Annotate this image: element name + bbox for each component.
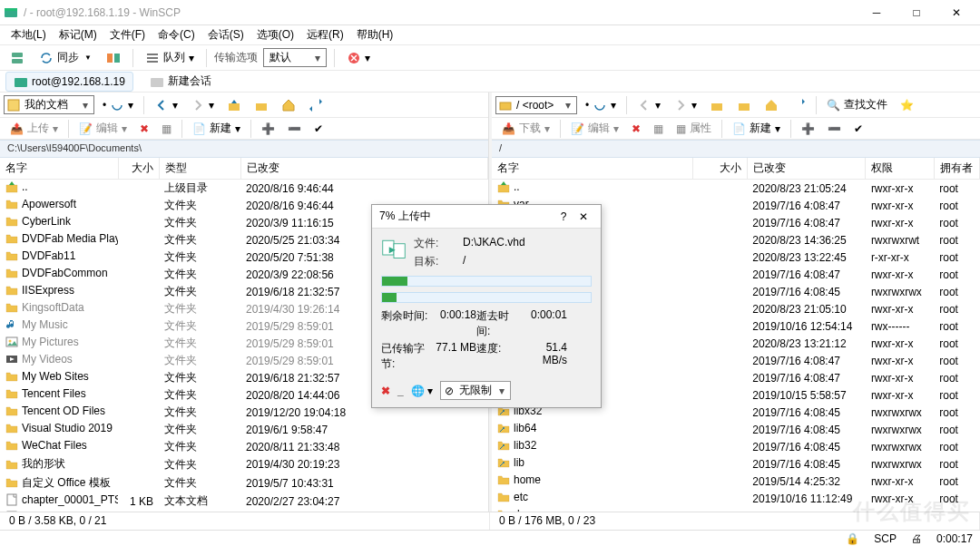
transfer-speed: 51.4 MB/s	[522, 341, 567, 372]
minimize-transfer-icon[interactable]: _	[397, 385, 404, 397]
dialog-close-button[interactable]: ✕	[573, 210, 593, 223]
remote-up-icon[interactable]	[705, 95, 729, 115]
transfer-combo[interactable]: 默认▾	[263, 48, 327, 67]
table-row[interactable]: Visual Studio 2019文件夹2019/6/1 9:58:47	[0, 421, 488, 438]
local-edit-button[interactable]: 📝 编辑 ▾	[74, 118, 132, 139]
server-button[interactable]	[5, 48, 29, 68]
table-row[interactable]: lib642019/7/16 4:08:45rwxrwxrwxroot	[492, 421, 980, 438]
remote-plus-icon[interactable]: ➕	[797, 120, 819, 138]
find-file-button[interactable]: 🔍 查找文件	[822, 94, 892, 115]
local-plus-icon[interactable]: ➕	[257, 120, 279, 138]
table-row[interactable]: chapter_00001_PTS...1 KB文本文档2020/2/27 23…	[0, 492, 488, 510]
remote-edit-button[interactable]: 📝 编辑 ▾	[566, 118, 623, 139]
table-row[interactable]: ..2020/8/23 21:05:24rwxr-xr-xroot	[492, 180, 980, 198]
remote-refresh-icon[interactable]: • ▾	[581, 95, 621, 115]
remote-forward-icon[interactable]: ▾	[669, 95, 701, 115]
col-name[interactable]: 名字	[0, 158, 118, 180]
remote-back-icon[interactable]: ▾	[632, 95, 665, 115]
time-elapsed: 0:00:01	[522, 308, 567, 339]
compare-button[interactable]	[102, 48, 125, 68]
menu-mark[interactable]: 标记(M)	[54, 25, 103, 44]
remote-delete-icon[interactable]: ✖	[627, 120, 645, 138]
table-row[interactable]: dev2020/8/23 13:50:15rwxr-xr-xroot	[492, 507, 980, 512]
lock-icon: 🔒	[846, 532, 859, 545]
col-type[interactable]: 类型	[159, 158, 240, 180]
table-row[interactable]: lib322019/7/16 4:08:45rwxrwxrwxroot	[492, 438, 980, 455]
table-row[interactable]: WeChat Files文件夹2020/8/11 21:33:48	[0, 438, 488, 455]
menu-help[interactable]: 帮助(H)	[351, 25, 399, 44]
table-row[interactable]: 自定义 Office 模板文件夹2019/5/7 10:43:31	[0, 474, 488, 493]
table-row[interactable]: 我的形状文件夹2019/4/30 20:19:23	[0, 455, 488, 474]
remote-home-icon[interactable]	[760, 95, 783, 115]
rcol-date[interactable]: 已改变	[747, 158, 866, 180]
rcol-name[interactable]: 名字	[492, 158, 692, 180]
remote-sync-icon[interactable]	[787, 95, 810, 115]
svg-rect-8	[147, 61, 158, 63]
svg-rect-25	[739, 103, 750, 111]
local-new-button[interactable]: 📄 新建 ▾	[188, 118, 245, 139]
rcol-size[interactable]: 大小	[692, 158, 747, 180]
remote-props-button[interactable]: ▦ 属性	[671, 118, 716, 139]
speed-limit-combo[interactable]: ⊘无限制▾	[440, 381, 511, 400]
local-back-icon[interactable]: ▾	[150, 95, 182, 115]
queue-button[interactable]: 队列 ▾	[141, 47, 199, 68]
local-check-icon[interactable]: ✔	[309, 120, 328, 138]
table-row[interactable]: ..上级目录2020/8/16 9:46:44	[0, 180, 488, 198]
local-up-icon[interactable]	[222, 95, 246, 115]
session-tab-active[interactable]: root@192.168.1.19	[5, 72, 133, 92]
options-icon[interactable]: 🌐 ▾	[411, 385, 433, 397]
download-button[interactable]: 📥 下载 ▾	[497, 118, 554, 139]
sync-button[interactable]: 同步▼	[34, 47, 96, 68]
local-props-icon[interactable]: ▦	[157, 120, 176, 138]
svg-rect-1	[5, 8, 17, 11]
remote-root-icon[interactable]	[732, 95, 756, 115]
local-path[interactable]: C:\Users\I59400F\Documents\	[0, 140, 488, 158]
local-nav: 我的文档▾ • ▾ ▾ ▾	[0, 93, 488, 118]
local-root-icon[interactable]	[250, 95, 273, 115]
menu-option[interactable]: 选项(O)	[251, 25, 299, 44]
app-icon	[4, 5, 18, 20]
menu-file[interactable]: 文件(F)	[104, 25, 151, 44]
svg-rect-12	[8, 100, 19, 111]
table-row[interactable]: home2019/5/14 4:25:32rwxr-xr-xroot	[492, 473, 980, 490]
upload-button[interactable]: 📤 上传 ▾	[5, 118, 63, 139]
svg-rect-10	[15, 78, 27, 87]
local-home-icon[interactable]	[277, 95, 300, 115]
remote-minus-icon[interactable]: ➖	[823, 120, 846, 138]
local-sync-icon[interactable]	[304, 95, 328, 115]
menu-remote[interactable]: 远程(R)	[301, 25, 349, 44]
time-remaining: 0:00:18	[431, 308, 476, 339]
local-drive-combo[interactable]: 我的文档▾	[4, 95, 94, 114]
table-row[interactable]: Default.rdp3 KB远程桌面连接2019/12/26 8:00:48	[0, 510, 488, 512]
remote-new-button[interactable]: 📄 新建 ▾	[728, 118, 785, 139]
remote-path[interactable]: /	[492, 140, 980, 158]
local-forward-icon[interactable]: ▾	[186, 95, 219, 115]
transfer-icon	[381, 236, 407, 261]
remote-drive-combo[interactable]: / <root>▾	[495, 96, 577, 114]
menu-command[interactable]: 命令(C)	[152, 25, 201, 44]
close-button[interactable]: ✕	[936, 0, 976, 25]
cancel-transfer-icon[interactable]: ✖	[381, 385, 390, 397]
svg-rect-13	[229, 103, 240, 111]
table-row[interactable]: etc2019/10/16 11:12:49rwxr-xr-xroot	[492, 490, 980, 507]
rcol-owner[interactable]: 拥有者	[934, 158, 979, 180]
local-refresh-icon[interactable]: • ▾	[98, 95, 138, 115]
svg-rect-24	[711, 103, 722, 111]
menu-session[interactable]: 会话(S)	[202, 25, 250, 44]
table-row[interactable]: lib2019/7/16 4:08:45rwxrwxrwxroot	[492, 455, 980, 473]
remote-bookmark-icon[interactable]: ⭐	[896, 96, 918, 114]
disconnect-button[interactable]: ▾	[342, 48, 375, 68]
local-delete-icon[interactable]: ✖	[135, 120, 153, 138]
remote-mark-icon[interactable]: ▦	[649, 120, 668, 138]
new-session-button[interactable]: 新建会话	[142, 72, 219, 91]
minimize-button[interactable]: ─	[857, 0, 897, 25]
svg-point-17	[9, 340, 12, 343]
menu-local[interactable]: 本地(L)	[5, 25, 52, 44]
rcol-perm[interactable]: 权限	[866, 158, 934, 180]
dialog-help-button[interactable]: ?	[554, 210, 573, 223]
col-size[interactable]: 大小	[118, 158, 159, 180]
remote-check-icon[interactable]: ✔	[849, 120, 867, 138]
local-minus-icon[interactable]: ➖	[283, 120, 306, 138]
maximize-button[interactable]: □	[897, 0, 936, 25]
col-date[interactable]: 已改变	[240, 158, 488, 180]
